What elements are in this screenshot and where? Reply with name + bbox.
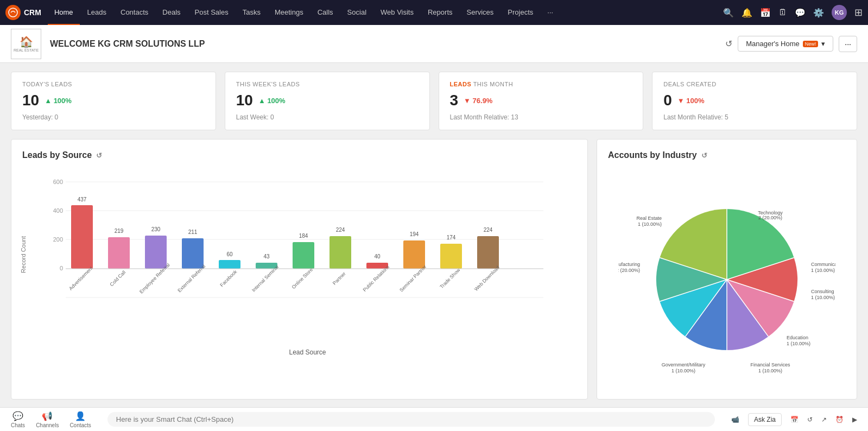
stat-change-weekly: ▲ 100% xyxy=(258,97,286,105)
pie-chart-svg: Technology 2 (20.00%) Communications 1 (… xyxy=(618,182,835,377)
leads-by-source-card: Leads by Source ↺ Record Count 600 400 2… xyxy=(11,139,588,400)
accounts-by-industry-title: Accounts by Industry ↺ xyxy=(608,150,846,160)
calendar-bottom-icon[interactable]: 📅 xyxy=(790,416,799,423)
x-axis-label: Lead Source xyxy=(39,348,576,356)
svg-rect-19 xyxy=(182,238,204,269)
nav-more[interactable]: ··· xyxy=(541,0,560,25)
avatar[interactable]: KG xyxy=(832,5,847,20)
video-icon[interactable]: 📹 xyxy=(731,416,739,423)
svg-text:43: 43 xyxy=(263,253,270,259)
channels-button[interactable]: 📢 Channels xyxy=(36,411,59,428)
refresh-button[interactable]: ↺ xyxy=(725,39,732,49)
svg-text:1 (10.00%): 1 (10.00%) xyxy=(811,295,835,300)
svg-text:Real Estate: Real Estate xyxy=(636,216,662,221)
svg-text:Financial Services: Financial Services xyxy=(750,362,790,367)
svg-rect-37 xyxy=(403,240,425,269)
svg-text:0: 0 xyxy=(60,265,63,271)
more-bottom-icon[interactable]: ▶ xyxy=(852,416,857,423)
manager-home-label: Manager's Home xyxy=(746,40,800,48)
manager-home-button[interactable]: Manager's Home New! ▾ xyxy=(738,36,833,52)
svg-rect-10 xyxy=(71,205,93,269)
svg-text:Consulting: Consulting xyxy=(811,289,834,294)
svg-text:Trade Show: Trade Show xyxy=(439,267,461,290)
chat-icon[interactable]: 💬 xyxy=(795,8,806,18)
svg-text:40: 40 xyxy=(374,253,381,259)
new-badge: New! xyxy=(803,41,819,47)
stat-card-monthly-leads: LEADS THIS MONTH 3 ▼ 76.9% Last Month Re… xyxy=(439,72,644,130)
svg-rect-16 xyxy=(145,236,167,269)
nav-webvisits[interactable]: Web Visits xyxy=(374,0,420,25)
svg-text:2 (20.00%): 2 (20.00%) xyxy=(758,215,782,220)
stat-sub-todays: Yesterday: 0 xyxy=(22,113,205,121)
smart-chat-input[interactable] xyxy=(107,412,715,427)
contacts-button[interactable]: 👤 Contacts xyxy=(69,411,91,428)
company-logo: 🏠 REAL ESTATE xyxy=(11,29,41,59)
house-icon: 🏠 xyxy=(20,35,33,48)
stat-value-row-deals: 0 ▼ 100% xyxy=(663,92,846,109)
pie-refresh-icon[interactable]: ↺ xyxy=(701,151,707,160)
svg-text:Government/Military: Government/Military xyxy=(662,362,706,367)
chats-button[interactable]: 💬 Chats xyxy=(11,411,25,428)
nav-services[interactable]: Services xyxy=(460,0,500,25)
calendar-plus-icon[interactable]: 📅 xyxy=(760,8,771,18)
nav-contacts[interactable]: Contacts xyxy=(114,0,155,25)
header-bar: 🏠 REAL ESTATE WELCOME KG CRM SOLUTIONS L… xyxy=(0,25,868,63)
nav-leads[interactable]: Leads xyxy=(81,0,113,25)
ask-zia-button[interactable]: Ask Zia xyxy=(748,413,782,426)
chart-refresh-icon[interactable]: ↺ xyxy=(96,151,102,160)
svg-text:1 (10.00%): 1 (10.00%) xyxy=(758,368,782,373)
stat-change-todays: ▲ 100% xyxy=(45,97,72,105)
stat-card-weekly-leads: THIS WEEK'S LEADS 10 ▲ 100% Last Week: 0 xyxy=(225,72,430,130)
stat-number-weekly: 10 xyxy=(236,92,253,109)
nav-postsales[interactable]: Post Sales xyxy=(188,0,235,25)
bottom-status-bar: 💬 Chats 📢 Channels 👤 Contacts 📹 Ask Zia … xyxy=(0,407,868,431)
nav-icons: 🔍 🔔 📅 🗓 💬 ⚙️ KG ⊞ xyxy=(723,5,863,20)
svg-text:224: 224 xyxy=(336,227,345,233)
nav-calls[interactable]: Calls xyxy=(311,0,340,25)
stats-row: TODAY'S LEADS 10 ▲ 100% Yesterday: 0 THI… xyxy=(0,63,868,139)
accounts-by-industry-card: Accounts by Industry ↺ xyxy=(597,139,857,400)
svg-text:Communications: Communications xyxy=(811,262,835,267)
svg-text:Education: Education xyxy=(787,335,808,340)
svg-text:600: 600 xyxy=(53,179,63,185)
svg-text:Facebook: Facebook xyxy=(219,269,238,288)
svg-text:211: 211 xyxy=(188,229,198,235)
svg-text:219: 219 xyxy=(115,228,124,234)
crm-logo[interactable]: CRM xyxy=(5,5,41,20)
search-icon[interactable]: 🔍 xyxy=(723,8,734,18)
clock-icon[interactable]: ⏰ xyxy=(835,416,844,423)
nav-deals[interactable]: Deals xyxy=(156,0,187,25)
svg-text:1 (10.00%): 1 (10.00%) xyxy=(787,341,810,346)
stat-number-deals: 0 xyxy=(663,92,672,109)
stat-label-deals: DEALS CREATED xyxy=(663,81,846,87)
share-icon[interactable]: ↗ xyxy=(821,416,827,423)
company-name: WELCOME KG CRM SOLUTIONS LLP xyxy=(50,39,717,49)
bottom-bar-right: 📹 Ask Zia 📅 ↺ ↗ ⏰ ▶ xyxy=(731,413,857,426)
nav-home[interactable]: Home xyxy=(48,0,80,25)
nav-projects[interactable]: Projects xyxy=(501,0,540,25)
svg-rect-40 xyxy=(440,244,462,269)
stat-value-row-monthly: 3 ▼ 76.9% xyxy=(450,92,632,109)
header-more-button[interactable]: ··· xyxy=(839,36,857,52)
header-right: ↺ Manager's Home New! ▾ ··· xyxy=(725,36,857,52)
refresh-bottom-icon[interactable]: ↺ xyxy=(807,416,813,423)
channels-icon: 📢 xyxy=(42,411,53,421)
leads-by-source-title: Leads by Source ↺ xyxy=(22,150,576,160)
svg-text:194: 194 xyxy=(410,231,419,237)
svg-text:Cold Call: Cold Call xyxy=(109,269,126,287)
calendar-icon[interactable]: 🗓 xyxy=(778,8,787,17)
nav-meetings[interactable]: Meetings xyxy=(268,0,310,25)
nav-tasks[interactable]: Tasks xyxy=(236,0,267,25)
logo-icon xyxy=(5,5,21,20)
bell-icon[interactable]: 🔔 xyxy=(742,8,752,18)
chats-icon: 💬 xyxy=(12,411,23,421)
svg-text:184: 184 xyxy=(299,233,308,239)
stat-change-monthly: ▼ 76.9% xyxy=(464,97,492,105)
grid-icon[interactable]: ⊞ xyxy=(854,7,863,18)
nav-social[interactable]: Social xyxy=(341,0,373,25)
svg-text:437: 437 xyxy=(78,197,87,202)
svg-rect-13 xyxy=(108,237,130,269)
svg-text:Advertisement: Advertisement xyxy=(68,265,94,291)
settings-icon[interactable]: ⚙️ xyxy=(813,8,824,18)
nav-reports[interactable]: Reports xyxy=(421,0,459,25)
